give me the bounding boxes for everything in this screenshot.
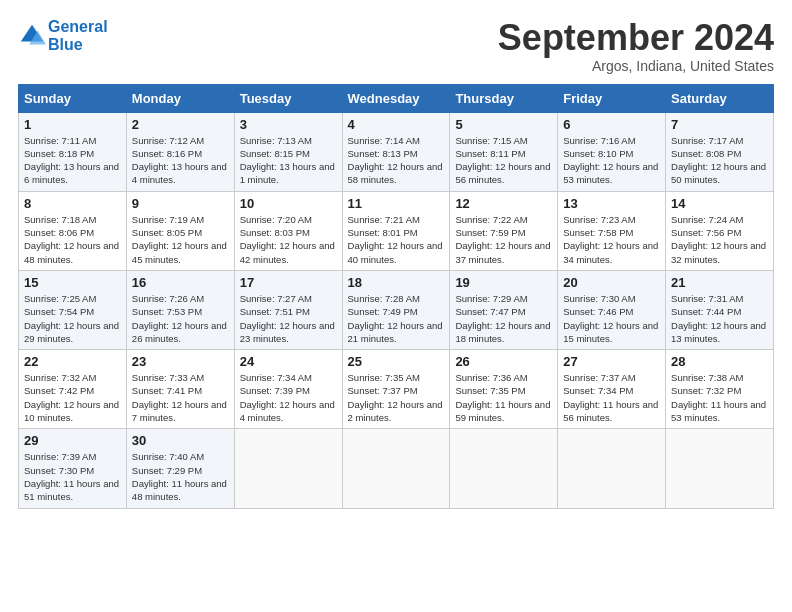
day-number: 5 [455, 117, 552, 132]
calendar-cell: 9Sunrise: 7:19 AMSunset: 8:05 PMDaylight… [126, 191, 234, 270]
day-number: 24 [240, 354, 337, 369]
weekday-header-saturday: Saturday [666, 84, 774, 112]
logo-icon [18, 22, 46, 50]
day-number: 26 [455, 354, 552, 369]
calendar-cell: 30Sunrise: 7:40 AMSunset: 7:29 PMDayligh… [126, 429, 234, 508]
weekday-header-wednesday: Wednesday [342, 84, 450, 112]
day-detail: Sunrise: 7:26 AMSunset: 7:53 PMDaylight:… [132, 292, 229, 345]
calendar-cell: 29Sunrise: 7:39 AMSunset: 7:30 PMDayligh… [19, 429, 127, 508]
title-block: September 2024 Argos, Indiana, United St… [498, 18, 774, 74]
day-detail: Sunrise: 7:30 AMSunset: 7:46 PMDaylight:… [563, 292, 660, 345]
calendar-cell: 2Sunrise: 7:12 AMSunset: 8:16 PMDaylight… [126, 112, 234, 191]
day-number: 19 [455, 275, 552, 290]
day-detail: Sunrise: 7:13 AMSunset: 8:15 PMDaylight:… [240, 134, 337, 187]
day-detail: Sunrise: 7:35 AMSunset: 7:37 PMDaylight:… [348, 371, 445, 424]
day-detail: Sunrise: 7:24 AMSunset: 7:56 PMDaylight:… [671, 213, 768, 266]
day-detail: Sunrise: 7:27 AMSunset: 7:51 PMDaylight:… [240, 292, 337, 345]
day-number: 2 [132, 117, 229, 132]
calendar-cell: 26Sunrise: 7:36 AMSunset: 7:35 PMDayligh… [450, 350, 558, 429]
day-number: 29 [24, 433, 121, 448]
calendar-cell: 10Sunrise: 7:20 AMSunset: 8:03 PMDayligh… [234, 191, 342, 270]
day-number: 21 [671, 275, 768, 290]
day-detail: Sunrise: 7:11 AMSunset: 8:18 PMDaylight:… [24, 134, 121, 187]
weekday-header-thursday: Thursday [450, 84, 558, 112]
calendar-cell: 11Sunrise: 7:21 AMSunset: 8:01 PMDayligh… [342, 191, 450, 270]
day-number: 10 [240, 196, 337, 211]
day-number: 17 [240, 275, 337, 290]
day-detail: Sunrise: 7:14 AMSunset: 8:13 PMDaylight:… [348, 134, 445, 187]
calendar-cell: 28Sunrise: 7:38 AMSunset: 7:32 PMDayligh… [666, 350, 774, 429]
calendar-cell: 1Sunrise: 7:11 AMSunset: 8:18 PMDaylight… [19, 112, 127, 191]
day-number: 14 [671, 196, 768, 211]
day-number: 16 [132, 275, 229, 290]
day-detail: Sunrise: 7:25 AMSunset: 7:54 PMDaylight:… [24, 292, 121, 345]
day-number: 25 [348, 354, 445, 369]
calendar-cell: 6Sunrise: 7:16 AMSunset: 8:10 PMDaylight… [558, 112, 666, 191]
day-detail: Sunrise: 7:21 AMSunset: 8:01 PMDaylight:… [348, 213, 445, 266]
calendar-table: SundayMondayTuesdayWednesdayThursdayFrid… [18, 84, 774, 509]
day-detail: Sunrise: 7:16 AMSunset: 8:10 PMDaylight:… [563, 134, 660, 187]
page: General Blue September 2024 Argos, India… [0, 0, 792, 519]
calendar-cell [450, 429, 558, 508]
month-title: September 2024 [498, 18, 774, 58]
location: Argos, Indiana, United States [498, 58, 774, 74]
calendar-week-row: 22Sunrise: 7:32 AMSunset: 7:42 PMDayligh… [19, 350, 774, 429]
day-number: 7 [671, 117, 768, 132]
day-detail: Sunrise: 7:31 AMSunset: 7:44 PMDaylight:… [671, 292, 768, 345]
calendar-cell: 22Sunrise: 7:32 AMSunset: 7:42 PMDayligh… [19, 350, 127, 429]
logo-text: General Blue [48, 18, 108, 53]
calendar-cell [558, 429, 666, 508]
day-detail: Sunrise: 7:28 AMSunset: 7:49 PMDaylight:… [348, 292, 445, 345]
day-number: 11 [348, 196, 445, 211]
day-detail: Sunrise: 7:23 AMSunset: 7:58 PMDaylight:… [563, 213, 660, 266]
calendar-cell: 23Sunrise: 7:33 AMSunset: 7:41 PMDayligh… [126, 350, 234, 429]
day-detail: Sunrise: 7:38 AMSunset: 7:32 PMDaylight:… [671, 371, 768, 424]
weekday-header-tuesday: Tuesday [234, 84, 342, 112]
day-number: 4 [348, 117, 445, 132]
calendar-cell [342, 429, 450, 508]
day-number: 1 [24, 117, 121, 132]
day-number: 28 [671, 354, 768, 369]
calendar-cell: 17Sunrise: 7:27 AMSunset: 7:51 PMDayligh… [234, 270, 342, 349]
day-number: 15 [24, 275, 121, 290]
day-detail: Sunrise: 7:12 AMSunset: 8:16 PMDaylight:… [132, 134, 229, 187]
day-detail: Sunrise: 7:40 AMSunset: 7:29 PMDaylight:… [132, 450, 229, 503]
day-detail: Sunrise: 7:22 AMSunset: 7:59 PMDaylight:… [455, 213, 552, 266]
day-detail: Sunrise: 7:17 AMSunset: 8:08 PMDaylight:… [671, 134, 768, 187]
day-detail: Sunrise: 7:18 AMSunset: 8:06 PMDaylight:… [24, 213, 121, 266]
day-detail: Sunrise: 7:15 AMSunset: 8:11 PMDaylight:… [455, 134, 552, 187]
calendar-cell [234, 429, 342, 508]
day-detail: Sunrise: 7:39 AMSunset: 7:30 PMDaylight:… [24, 450, 121, 503]
calendar-week-row: 1Sunrise: 7:11 AMSunset: 8:18 PMDaylight… [19, 112, 774, 191]
day-number: 9 [132, 196, 229, 211]
calendar-week-row: 29Sunrise: 7:39 AMSunset: 7:30 PMDayligh… [19, 429, 774, 508]
calendar-week-row: 8Sunrise: 7:18 AMSunset: 8:06 PMDaylight… [19, 191, 774, 270]
day-detail: Sunrise: 7:37 AMSunset: 7:34 PMDaylight:… [563, 371, 660, 424]
calendar-cell: 25Sunrise: 7:35 AMSunset: 7:37 PMDayligh… [342, 350, 450, 429]
day-detail: Sunrise: 7:32 AMSunset: 7:42 PMDaylight:… [24, 371, 121, 424]
day-detail: Sunrise: 7:20 AMSunset: 8:03 PMDaylight:… [240, 213, 337, 266]
day-detail: Sunrise: 7:33 AMSunset: 7:41 PMDaylight:… [132, 371, 229, 424]
calendar-cell: 24Sunrise: 7:34 AMSunset: 7:39 PMDayligh… [234, 350, 342, 429]
calendar-cell: 21Sunrise: 7:31 AMSunset: 7:44 PMDayligh… [666, 270, 774, 349]
day-number: 3 [240, 117, 337, 132]
calendar-cell: 8Sunrise: 7:18 AMSunset: 8:06 PMDaylight… [19, 191, 127, 270]
day-number: 22 [24, 354, 121, 369]
calendar-body: 1Sunrise: 7:11 AMSunset: 8:18 PMDaylight… [19, 112, 774, 508]
calendar-cell: 13Sunrise: 7:23 AMSunset: 7:58 PMDayligh… [558, 191, 666, 270]
day-number: 23 [132, 354, 229, 369]
day-number: 6 [563, 117, 660, 132]
day-number: 27 [563, 354, 660, 369]
day-number: 30 [132, 433, 229, 448]
calendar-cell: 27Sunrise: 7:37 AMSunset: 7:34 PMDayligh… [558, 350, 666, 429]
day-detail: Sunrise: 7:19 AMSunset: 8:05 PMDaylight:… [132, 213, 229, 266]
calendar-cell: 20Sunrise: 7:30 AMSunset: 7:46 PMDayligh… [558, 270, 666, 349]
day-detail: Sunrise: 7:34 AMSunset: 7:39 PMDaylight:… [240, 371, 337, 424]
header: General Blue September 2024 Argos, India… [18, 18, 774, 74]
calendar-cell: 18Sunrise: 7:28 AMSunset: 7:49 PMDayligh… [342, 270, 450, 349]
day-number: 8 [24, 196, 121, 211]
logo: General Blue [18, 18, 108, 53]
calendar-cell: 16Sunrise: 7:26 AMSunset: 7:53 PMDayligh… [126, 270, 234, 349]
calendar-cell: 7Sunrise: 7:17 AMSunset: 8:08 PMDaylight… [666, 112, 774, 191]
calendar-cell: 3Sunrise: 7:13 AMSunset: 8:15 PMDaylight… [234, 112, 342, 191]
